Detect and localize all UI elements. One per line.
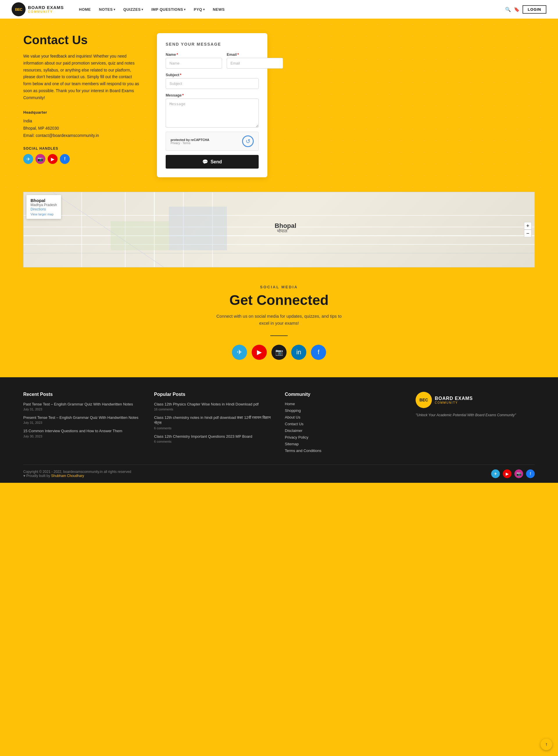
message-input[interactable] [166, 99, 259, 128]
popular-post-2-title[interactable]: Class 12th chemistry notes in hindi pdf … [154, 415, 273, 426]
email-input[interactable] [227, 58, 283, 69]
footer-facebook-icon[interactable]: f [526, 470, 535, 478]
map-zoom-in[interactable]: + [524, 222, 532, 230]
header-icons: 🔍 🔖 LOGIN [505, 5, 547, 14]
nav-pyq[interactable]: PYQ ▾ [191, 5, 208, 14]
search-button[interactable]: 🔍 [505, 7, 511, 12]
recent-post-3-title[interactable]: 15 Common Interview Questions and How to… [23, 428, 143, 434]
footer-recent-posts: Recent Posts Past Tense Test – English G… [23, 392, 143, 453]
recent-post-1: Past Tense Test – English Grammar Quiz W… [23, 402, 143, 411]
social-youtube-large[interactable]: ▶ [252, 345, 267, 360]
pyq-dropdown-arrow: ▾ [203, 8, 205, 11]
recent-posts-title: Recent Posts [23, 392, 143, 397]
community-shopping[interactable]: Shopping [285, 408, 404, 413]
community-links: Home Shopping About Us Contact Us Discla… [285, 402, 404, 453]
login-button[interactable]: LOGIN [523, 5, 547, 14]
hq-info: India Bhopal, MP 462030 Email: contact@b… [23, 118, 140, 140]
footer: Recent Posts Past Tense Test – English G… [0, 377, 558, 483]
recent-post-2-title[interactable]: Present Tense Test – English Grammar Qui… [23, 415, 143, 420]
map-overlay: Bhopal Madhya Pradesh Directions View la… [26, 195, 61, 219]
footer-bottom: Copyright © 2021 - 2022, boardexamscommu… [23, 464, 535, 483]
map-zoom-out[interactable]: − [524, 230, 532, 237]
contact-info: Contact Us We value your feedback and in… [23, 33, 140, 164]
recaptcha-label: protected by reCAPTCHA [171, 138, 209, 142]
youtube-icon[interactable]: ▶ [48, 154, 57, 164]
social-icons: ✈ 📷 ▶ f [23, 154, 140, 164]
subject-label: Subject* [166, 73, 259, 77]
subject-input[interactable] [166, 78, 259, 89]
popular-post-1: Class 12th Physics Chapter Wise Notes in… [154, 402, 273, 411]
popular-post-1-title[interactable]: Class 12th Physics Chapter Wise Notes in… [154, 402, 273, 407]
social-divider [270, 335, 288, 336]
footer-community: Community Home Shopping About Us Contact… [285, 392, 404, 453]
name-group: Name* [166, 52, 222, 69]
nav-news[interactable]: NEWS [209, 5, 228, 14]
logo[interactable]: BEC BOARD EXAMS COMMUNITY [11, 2, 64, 16]
footer-grid: Recent Posts Past Tense Test – English G… [23, 392, 535, 464]
footer-social-icons: ✈ ▶ 📷 f [491, 470, 535, 478]
form-title: SEND YOUR MESSAGE [166, 42, 259, 47]
footer-logo-text: BOARD EXAMS COMMUNITY [435, 396, 473, 404]
nav-home[interactable]: HOME [76, 5, 95, 14]
nav-quizzes[interactable]: QUIZZES ▾ [120, 5, 147, 14]
recent-post-3: 15 Common Interview Questions and How to… [23, 428, 143, 438]
recent-post-1-title[interactable]: Past Tense Test – English Grammar Quiz W… [23, 402, 143, 407]
main-content: Contact Us We value your feedback and in… [0, 19, 558, 192]
community-home[interactable]: Home [285, 402, 404, 406]
footer-logo-icon: BEC [415, 392, 432, 408]
logo-text: BOARD EXAMS COMMUNITY [28, 5, 64, 14]
send-button[interactable]: 💬 Send [166, 155, 259, 169]
map-placeholder: Bhopal Madhya Pradesh Directions View la… [24, 192, 534, 267]
bookmark-button[interactable]: 🔖 [514, 7, 519, 12]
logo-icon: BEC [11, 2, 26, 16]
hq-email-link[interactable]: contact@boardexamscommunity.in [36, 133, 99, 138]
popular-post-3-title[interactable]: Class 12th Chemistry Important Questions… [154, 434, 273, 439]
send-icon: 💬 [202, 159, 208, 165]
header: BEC BOARD EXAMS COMMUNITY HOME NOTES ▾ Q… [0, 0, 558, 19]
social-handles-title: SOCIAL HANDLES [23, 147, 140, 151]
footer-credit-author[interactable]: Shubham Choudhary [51, 474, 84, 478]
social-section-tag: SOCIAL MEDIA [11, 285, 547, 289]
community-privacy[interactable]: Privacy Policy [285, 435, 404, 439]
recent-post-2-date: July 31, 2023 [23, 421, 143, 424]
recaptcha-info: protected by reCAPTCHA Privacy · Terms [171, 138, 209, 145]
social-telegram-large[interactable]: ✈ [232, 345, 247, 360]
hq-heading: Headquarter [23, 110, 140, 115]
recent-post-1-date: July 31, 2023 [23, 407, 143, 411]
footer-copyright: Copyright © 2021 - 2022, boardexamscommu… [23, 470, 131, 478]
contact-form-card: SEND YOUR MESSAGE Name* Email* [157, 33, 268, 177]
map-directions-link[interactable]: Directions [30, 207, 46, 211]
community-about[interactable]: About Us [285, 415, 404, 420]
map-city-hi: भोपाल [277, 228, 287, 234]
notes-dropdown-arrow: ▾ [113, 8, 116, 11]
name-input[interactable] [166, 58, 222, 69]
contact-description: We value your feedback and inquiries! Wh… [23, 53, 140, 101]
footer-credit: ♥ Proudly built by Shubham Choudhary [23, 474, 131, 478]
recent-post-3-date: July 30, 2023 [23, 434, 143, 438]
svg-rect-12 [169, 207, 227, 250]
email-group: Email* [227, 52, 283, 69]
message-group: Message* [166, 93, 259, 128]
social-instagram-large[interactable]: 📷 [272, 345, 286, 360]
footer-telegram-icon[interactable]: ✈ [491, 470, 500, 478]
facebook-icon[interactable]: f [60, 154, 70, 164]
nav-imp-questions[interactable]: IMP QUESTIONS ▾ [148, 5, 189, 14]
community-contact[interactable]: Contact Us [285, 422, 404, 426]
footer-youtube-icon[interactable]: ▶ [503, 470, 511, 478]
popular-post-3: Class 12th Chemistry Important Questions… [154, 434, 273, 443]
community-sitemap[interactable]: Sitemap [285, 442, 404, 446]
instagram-icon[interactable]: 📷 [35, 154, 45, 164]
nav-notes[interactable]: NOTES ▾ [96, 5, 119, 14]
popular-post-2: Class 12th chemistry notes in hindi pdf … [154, 415, 273, 430]
map-view-larger-link[interactable]: View larger map [30, 212, 57, 216]
quizzes-dropdown-arrow: ▾ [142, 8, 143, 11]
social-facebook-large[interactable]: f [311, 345, 326, 360]
social-linkedin-large[interactable]: in [291, 345, 306, 360]
recent-post-2: Present Tense Test – English Grammar Qui… [23, 415, 143, 424]
footer-instagram-icon[interactable]: 📷 [514, 470, 523, 478]
community-disclaimer[interactable]: Disclaimer [285, 428, 404, 433]
recaptcha-links: Privacy · Terms [171, 142, 209, 145]
community-terms[interactable]: Terms and Conditions [285, 449, 404, 453]
imp-questions-dropdown-arrow: ▾ [184, 8, 186, 11]
telegram-icon[interactable]: ✈ [23, 154, 33, 164]
